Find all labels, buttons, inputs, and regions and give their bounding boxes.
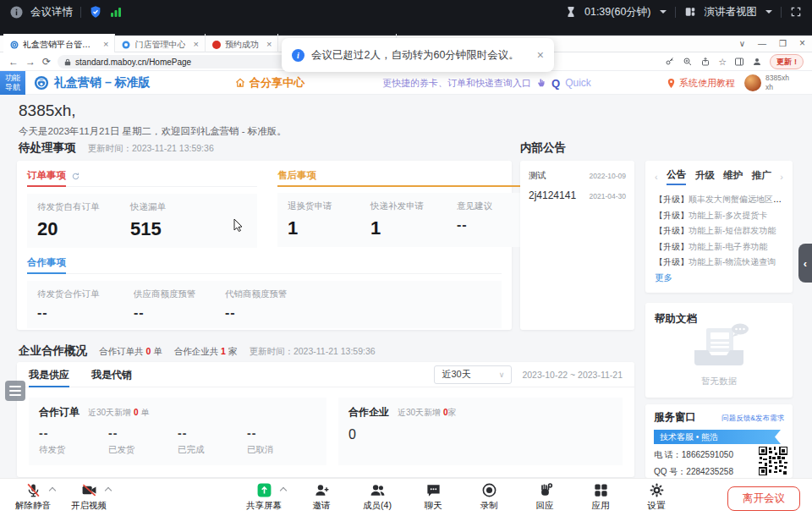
refresh-icon[interactable] [71,172,80,181]
function-nav-tab[interactable]: 功能导航 [0,71,25,95]
close-tab-icon[interactable]: × [193,40,198,49]
network-signal-icon[interactable] [110,6,122,18]
close-window-icon[interactable]: × [799,37,805,49]
panel-next-icon[interactable]: › [780,172,783,182]
collapse-panel-handle[interactable]: ‹ [798,244,812,283]
floating-menu-widget[interactable] [5,381,25,401]
aftersale-stats: 退换货申请 1 快递补发申请 1 意见建议 -- [277,193,535,247]
companies-count: 0 [348,427,612,442]
announcement-item[interactable]: 【升级】功能上新-物流快递查询 [655,255,783,271]
view-dropdown-icon[interactable] [765,10,772,14]
url-text: standard.maboy.cn/HomePage [75,58,191,67]
user-menu[interactable]: 8385xh xh [744,71,789,95]
pending-card: 订单事项 待发货自有订单 20 快递漏单 515 [17,161,512,330]
apps-grid-icon [593,482,609,498]
share-center-link[interactable]: 合分享中心 [234,71,304,95]
empty-state-illustration [686,323,752,372]
stat-value: 1 [370,217,448,239]
toast-text: 会议已超过2人，自动转为60分钟限时会议。 [311,48,519,63]
back-icon[interactable]: ← [8,57,19,67]
tab-order-matters[interactable]: 订单事项 [27,169,66,187]
tab-search-icon[interactable]: ∨ [739,39,745,48]
invite-button[interactable]: 邀请 [299,482,344,512]
more-link[interactable]: 更多 [655,272,783,284]
stat-value: -- [457,217,516,233]
browser-tab-active[interactable]: 礼盒营销平台管理中心 × [3,34,115,52]
reload-icon[interactable]: ⟳ [42,57,51,67]
announcement-item[interactable]: 【升级】顺丰发大闸蟹偏远地区不成功问... [655,192,783,208]
members-icon [370,482,386,498]
coop-card: 我是供应 我是代销 近30天 ∨ 2023-10-22 ~ 2023-11-21… [17,362,634,477]
announcement-item[interactable]: 【升级】功能上新-电子券功能 [655,239,783,255]
coop-orders-summary: 合作订单共 0 单 [99,346,162,358]
unmute-button[interactable]: 解除静音 [8,482,58,512]
browser-tab[interactable]: 预约成功 × [206,34,278,52]
fullscreen-icon[interactable] [790,6,802,18]
tab-i-am-supplier[interactable]: 我是供应 [29,362,69,387]
meeting-timer[interactable]: 01:39(60分钟) [584,5,651,19]
view-mode-button[interactable]: 演讲者视图 [705,5,758,19]
apps-button[interactable]: 应用 [578,482,623,512]
start-video-button[interactable]: 开启视频 [64,482,113,512]
support-ribbon: 技术客服 • 熊浩 [654,430,781,444]
announcement-panel: ‹ 公告 升级 维护 推广 › 【升级】顺丰发大闸蟹偏远地区不成功问... 【升… [645,161,793,293]
bookmark-star-icon[interactable]: ☆ [718,57,727,68]
brand-logo-icon [34,75,49,91]
panel-tab-upgrade[interactable]: 升级 [695,169,715,184]
forward-icon[interactable]: → [25,57,36,67]
browser-window: 礼盒营销平台管理中心 × 门店管理中心 × 预约成功 × × [0,34,812,478]
mic-options-caret[interactable] [49,487,56,494]
coop-updated-time: 更新时间：2023-11-21 13:59:36 [249,346,375,358]
user-name: 8385xh [765,74,789,83]
tab-coop-matters[interactable]: 合作事项 [27,256,66,274]
settings-button[interactable]: 设置 [634,482,679,512]
panel-tab-notice[interactable]: 公告 [667,168,686,185]
close-tab-icon[interactable]: × [266,40,272,49]
record-button[interactable]: 录制 [466,482,512,512]
side-panel-icon[interactable] [734,57,744,67]
restore-window-icon[interactable]: ❐ [779,39,787,48]
service-title: 服务窗口 [654,410,696,425]
panel-tab-maintain[interactable]: 维护 [723,169,743,184]
browser-tab[interactable]: 门店管理中心 × [115,34,205,52]
user-subname: xh [765,83,789,92]
leave-meeting-button[interactable]: 离开会议 [727,486,800,511]
close-tab-icon[interactable]: × [103,40,108,49]
tutorial-link[interactable]: 系统使用教程 [667,71,735,95]
profile-icon[interactable] [752,57,762,67]
coop-stats: 待发货合作订单 -- 供应商额度预警 -- 代销商额度预警 -- [27,281,502,328]
panel-tab-promo[interactable]: 推广 [752,169,771,184]
pending-updated-time: 更新时间：2023-11-21 13:59:36 [88,143,214,155]
info-icon[interactable] [10,6,23,19]
tab-aftersale-matters[interactable]: 售后事项 [277,169,535,187]
tab-i-am-agent[interactable]: 我是代销 [91,362,132,387]
close-toast-icon[interactable]: × [537,48,544,62]
security-shield-icon[interactable] [89,5,102,19]
share-options-caret[interactable] [280,487,287,494]
minimize-window-icon[interactable]: — [758,39,766,48]
quick-search[interactable]: 更快捷的券卡、订单和快递查询入口 Q Quick [382,71,591,95]
announcement-item[interactable]: 【升级】功能上新-多次提货卡 [655,208,783,224]
notice-item[interactable]: 测试 2022-10-09 [529,170,626,182]
chrome-update-badge[interactable]: 更新! [770,54,804,69]
timer-dropdown-icon[interactable] [660,10,667,14]
box-title: 合作订单 [39,405,80,420]
announcement-item[interactable]: 【升级】功能上新-短信群发功能 [655,223,783,239]
reaction-button[interactable]: 回应 [522,482,568,512]
share-icon[interactable] [700,57,710,67]
brand-logo[interactable]: 礼盒营销 – 标准版 [34,71,151,95]
members-button[interactable]: 成员(4) [354,482,400,512]
panel-prev-icon[interactable]: ‹ [655,172,658,182]
zoom-icon[interactable] [683,57,693,67]
chat-button[interactable]: 聊天 [410,482,456,512]
url-field[interactable]: standard.maboy.cn/HomePage [58,55,304,69]
dashboard-content: 8385xh, 今天是2023年11月21日 星期二，欢迎回到礼盒营销 - 标准… [0,95,812,478]
share-screen-button[interactable]: 共享屏幕 [239,482,288,512]
range-select[interactable]: 近30天 ∨ [434,365,512,384]
meeting-details-button[interactable]: 会议详情 [30,5,73,19]
video-options-caret[interactable] [105,487,112,494]
key-icon[interactable] [665,57,675,67]
notice-item[interactable]: 2j4124141 2021-04-30 [529,189,626,201]
help-docs-card: 帮助文档 暂无数据 [645,303,793,398]
feedback-link[interactable]: 问题反馈&发布需求 [721,414,784,424]
